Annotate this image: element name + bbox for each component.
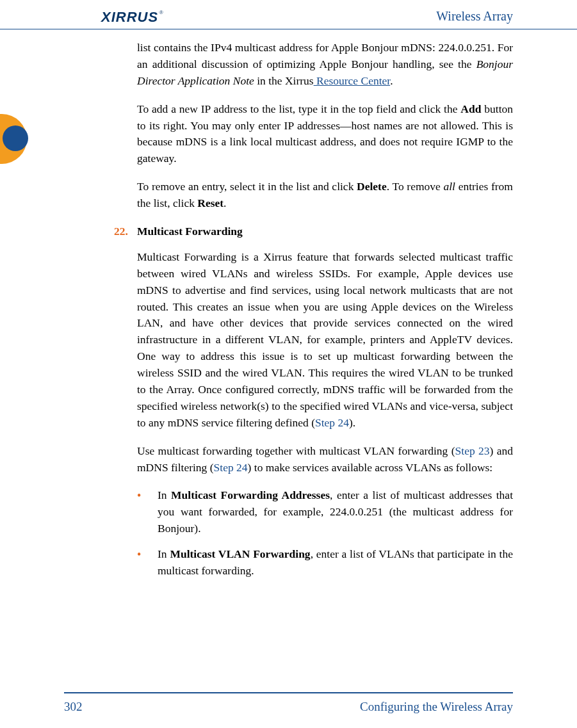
p3-all-italic: all	[443, 180, 455, 193]
resource-center-link[interactable]: Resource Center	[314, 74, 391, 87]
section-22-heading: 22. Multicast Forwarding	[137, 223, 513, 240]
paragraph-2: To add a new IP address to the list, typ…	[137, 101, 513, 168]
logo: XIRRUS®	[101, 9, 165, 26]
p3-text-b: . To remove	[387, 180, 444, 193]
bullet-list: In Multicast Forwarding Addresses, enter…	[158, 487, 513, 579]
page-footer: 302 Configuring the Wireless Array	[64, 692, 513, 714]
p2-text-a: To add a new IP address to the list, typ…	[137, 102, 460, 115]
p4-text-b: ).	[349, 416, 355, 429]
paragraph-3: To remove an entry, select it in the lis…	[137, 179, 513, 212]
p1-text-b: in the Xirrus	[254, 74, 314, 87]
p3-delete-bold: Delete	[357, 180, 387, 193]
page-content: list contains the IPv4 multicast address…	[137, 40, 513, 588]
bullet-1-a: In	[158, 489, 171, 501]
page-header: XIRRUS® Wireless Array	[0, 0, 577, 29]
header-title: Wireless Array	[436, 9, 513, 24]
footer-section-title: Configuring the Wireless Array	[360, 700, 513, 714]
p1-text-a: list contains the IPv4 multicast address…	[137, 41, 513, 70]
paragraph-1: list contains the IPv4 multicast address…	[137, 40, 513, 90]
list-item: In Multicast Forwarding Addresses, enter…	[158, 487, 513, 537]
paragraph-4: Multicast Forwarding is a Xirrus feature…	[137, 249, 513, 432]
p2-add-bold: Add	[460, 102, 481, 115]
list-item: In Multicast VLAN Forwarding, enter a li…	[158, 546, 513, 579]
step-23-ref[interactable]: Step 23	[455, 444, 490, 457]
bullet-1-bold: Multicast Forwarding Addresses	[171, 489, 330, 501]
paragraph-5: Use multicast forwarding together with m…	[137, 443, 513, 476]
bullet-2-bold: Multicast VLAN Forwarding	[170, 547, 310, 560]
p1-text-c: .	[390, 74, 393, 87]
logo-text: XIRRUS	[101, 9, 158, 26]
page-number: 302	[64, 700, 83, 714]
section-number: 22.	[114, 223, 128, 240]
p5-text-a: Use multicast forwarding together with m…	[137, 444, 455, 457]
p5-text-c: ) to make services available across VLAN…	[248, 461, 493, 474]
step-24-ref[interactable]: Step 24	[315, 416, 349, 429]
logo-registered-icon: ®	[159, 9, 163, 15]
side-tab-marker	[0, 114, 27, 164]
p4-text-a: Multicast Forwarding is a Xirrus feature…	[137, 250, 513, 429]
p3-text-d: .	[223, 197, 226, 209]
section-title: Multicast Forwarding	[137, 225, 243, 238]
p3-reset-bold: Reset	[197, 197, 223, 209]
bullet-2-a: In	[158, 547, 170, 560]
p3-text-a: To remove an entry, select it in the lis…	[137, 180, 357, 193]
step-24-ref-2[interactable]: Step 24	[214, 461, 248, 474]
